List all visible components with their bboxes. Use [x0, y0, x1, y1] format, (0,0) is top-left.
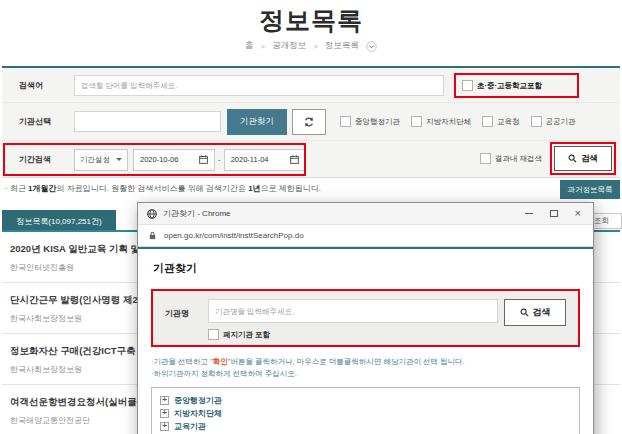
globe-favicon	[147, 209, 157, 219]
guide-line-2: ·하위기관까지 정확하게 선택하여 주십시오.	[151, 368, 580, 380]
school-include-label: 초·중·고등학교포함	[477, 81, 542, 91]
institution-search-popup: 기관찾기 - Chrome × open.go.kr/com/instt/ins…	[137, 202, 594, 434]
checkbox-label: 결과내 재검색	[495, 154, 542, 164]
screen: 정보목록 홈 > 공개정보 > 정보목록 검색어 초·중·고등학교포함 기관선택…	[0, 0, 622, 434]
tree-item-central-admin[interactable]: 중앙행정기관	[160, 394, 571, 407]
period-row: 기간검색 기간설정 2020-10-06 - 2020-11-04 결과내 재검…	[2, 141, 620, 178]
breadcrumb: 홈 > 공개정보 > 정보목록	[0, 40, 622, 52]
date-from-input[interactable]: 2020-10-06	[133, 149, 215, 171]
closed-org-checkbox[interactable]: 폐지기관 포함	[208, 329, 498, 340]
chevron-down-circle-icon[interactable]	[366, 41, 377, 52]
calendar-icon	[199, 155, 208, 164]
tree-item-local-gov[interactable]: 지방자치단체	[160, 407, 571, 420]
popup-body: 기관찾기 기관명 폐지기관 포함 검색 ·기관을 선택하고 "확인"버튼을 클릭…	[138, 249, 593, 434]
expand-icon[interactable]	[160, 409, 169, 418]
breadcrumb-separator: >	[313, 42, 318, 51]
tab-info-list[interactable]: 정보목록(10,097,251건)	[2, 210, 116, 232]
popup-search-button[interactable]: 검색	[504, 299, 566, 326]
reset-button[interactable]	[292, 109, 326, 135]
search-annotation: 검색	[550, 142, 616, 175]
keyword-row: 검색어 초·중·고등학교포함	[2, 68, 620, 103]
keyword-input[interactable]	[74, 75, 444, 96]
checkbox-local-gov[interactable]: 지방자치단체	[411, 116, 471, 127]
calendar-icon	[290, 155, 299, 164]
checkbox-box[interactable]	[411, 116, 422, 127]
breadcrumb-current[interactable]: 정보목록	[325, 40, 359, 52]
org-name-input[interactable]	[208, 299, 498, 323]
refresh-icon	[303, 116, 315, 128]
organization-input[interactable]	[74, 111, 221, 132]
checkbox-central-admin[interactable]: 중앙행정기관	[340, 116, 400, 127]
popup-guide-text: ·기관을 선택하고 "확인"버튼을 클릭하거나, 마우스로 더블클릭하시면 해당…	[151, 356, 580, 380]
guide-line-1: ·기관을 선택하고 "확인"버튼을 클릭하거나, 마우스로 더블클릭하시면 해당…	[151, 356, 580, 368]
popup-url-bar[interactable]: open.go.kr/com/instt/insttSearchPop.do	[138, 225, 593, 247]
research-within-results-checkbox[interactable]: 결과내 재검색	[480, 153, 542, 164]
checkbox-label: 교육청	[497, 117, 520, 127]
breadcrumb-home[interactable]: 홈	[245, 40, 254, 52]
keyword-label: 검색어	[2, 80, 74, 91]
organization-label: 기관선택	[2, 116, 74, 127]
checkbox-box[interactable]	[531, 116, 542, 127]
checkbox-box[interactable]	[340, 116, 351, 127]
organization-type-checkboxes: 중앙행정기관 지방자치단체 교육청 공공기관	[340, 116, 576, 127]
search-notice: · 최근 1개월간의 자료입니다. 원활한 검색서비스를 위해 검색기간은 1년…	[5, 183, 321, 194]
breadcrumb-open-info[interactable]: 공개정보	[272, 40, 306, 52]
expand-icon[interactable]	[160, 422, 169, 431]
popup-heading: 기관찾기	[153, 261, 580, 276]
checkbox-label: 지방자치단체	[426, 117, 471, 127]
org-name-label: 기관명	[165, 308, 208, 345]
checkbox-box[interactable]	[480, 153, 491, 164]
search-form: 검색어 초·중·고등학교포함 기관선택 기관찾기 중앙행정기관 지방자치단체 교…	[2, 66, 620, 178]
checkbox-label: 중앙행정기관	[355, 117, 400, 127]
date-to-input[interactable]: 2020-11-04	[224, 149, 306, 171]
checkbox-label: 폐지기관 포함	[223, 330, 270, 340]
tree-item-label: 지방자치단체	[174, 408, 222, 419]
organization-row: 기관선택 기관찾기 중앙행정기관 지방자치단체 교육청 공공기관	[2, 103, 620, 141]
checkbox-box[interactable]	[482, 116, 493, 127]
maximize-button[interactable]	[550, 210, 558, 217]
search-button[interactable]: 검색	[554, 146, 612, 171]
tree-item-label: 교육기관	[174, 421, 206, 432]
school-include-checkbox[interactable]	[462, 80, 473, 91]
org-name-search-panel: 기관명 폐지기관 포함 검색	[151, 289, 580, 347]
date-range-separator: -	[218, 155, 221, 164]
checkbox-label: 공공기관	[546, 117, 576, 127]
tree-item-education-org[interactable]: 교육기관	[160, 420, 571, 433]
window-controls: ×	[525, 208, 584, 219]
lock-icon	[148, 231, 157, 240]
period-preset-select[interactable]: 기간설정	[74, 149, 128, 171]
checkbox-education-office[interactable]: 교육청	[482, 116, 520, 127]
popup-window-title: 기관찾기 - Chrome	[163, 208, 525, 219]
tree-item-label: 중앙행정기관	[174, 395, 222, 406]
past-info-list-button[interactable]: 과거정보목록	[560, 180, 620, 199]
close-icon[interactable]: ×	[575, 208, 581, 219]
page-title: 정보목록	[0, 4, 622, 37]
org-tree-box: 중앙행정기관 지방자치단체 교육기관 공공기관	[151, 387, 580, 434]
search-button-label: 검색	[581, 153, 598, 165]
checkbox-public-org[interactable]: 공공기관	[531, 116, 576, 127]
school-include-annotation: 초·중·고등학교포함	[454, 73, 579, 98]
popup-search-button-label: 검색	[533, 306, 551, 319]
date-from-value: 2020-10-06	[140, 155, 178, 164]
checkbox-box[interactable]	[208, 329, 219, 340]
find-organization-button[interactable]: 기관찾기	[227, 109, 287, 135]
magnifier-icon	[520, 308, 529, 317]
minimize-button[interactable]	[525, 213, 533, 214]
popup-url: open.go.kr/com/instt/insttSearchPop.do	[164, 231, 304, 240]
period-preset-value: 기간설정	[80, 155, 110, 165]
popup-title-bar[interactable]: 기관찾기 - Chrome ×	[138, 203, 593, 225]
date-to-value: 2020-11-04	[231, 155, 269, 164]
period-label: 기간검색	[2, 154, 74, 165]
confirm-highlight: 확인	[213, 357, 228, 366]
expand-icon[interactable]	[160, 396, 169, 405]
chevron-down-icon	[116, 158, 122, 161]
breadcrumb-separator: >	[261, 42, 266, 51]
magnifier-icon	[568, 154, 577, 163]
